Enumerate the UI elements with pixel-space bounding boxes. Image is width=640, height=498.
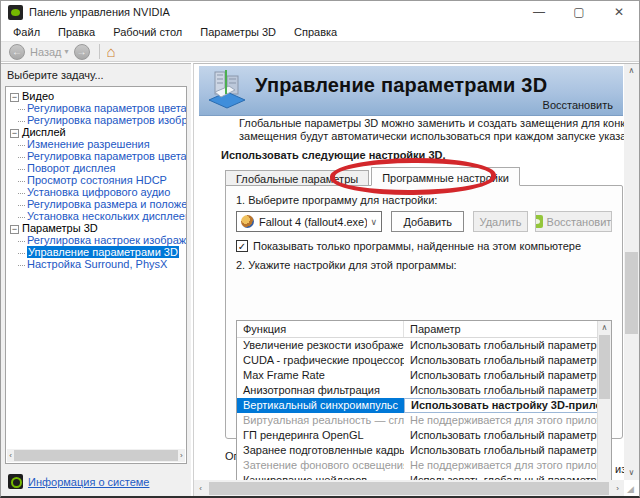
- tree-item-resolution[interactable]: Изменение разрешения: [10, 138, 186, 150]
- collapse-icon[interactable]: −: [10, 225, 19, 234]
- settings-table: Функция Параметр Увеличение резкости изо…: [236, 320, 612, 480]
- back-arrow-icon: ←: [12, 47, 22, 57]
- table-row-selected[interactable]: Вертикальный синхроимпульс Использовать …: [237, 398, 611, 413]
- table-row[interactable]: Анизотропная фильтрацияИспользовать глоб…: [237, 383, 611, 398]
- minimize-button[interactable]: —: [519, 1, 559, 23]
- forward-button[interactable]: →: [74, 44, 90, 60]
- table-row[interactable]: Увеличение резкости изображенияИспользов…: [237, 338, 611, 353]
- menu-desktop[interactable]: Рабочий стол: [104, 26, 191, 38]
- menu-help[interactable]: Справка: [285, 26, 346, 38]
- home-icon[interactable]: ⌂: [107, 44, 116, 59]
- scroll-up-icon[interactable]: ∧: [598, 321, 611, 334]
- step2-label: 2. Укажите настройки для этой программы:: [236, 259, 612, 271]
- show-installed-only-checkbox[interactable]: ✓: [236, 240, 248, 252]
- tab-program-settings[interactable]: Программные настройки: [371, 167, 520, 186]
- scroll-right-icon[interactable]: ›: [178, 449, 185, 462]
- table-row[interactable]: Заранее подготовленные кадры вирту...Исп…: [237, 443, 611, 458]
- restore-defaults-link[interactable]: Восстановить: [543, 99, 613, 111]
- fallout4-program-icon: [241, 215, 254, 228]
- toolbar: ← Назад ▾ → ⌂: [1, 42, 639, 62]
- tree-item-size-position[interactable]: Регулировка размера и положения рабо: [10, 198, 186, 210]
- forward-arrow-icon: →: [77, 47, 87, 57]
- column-feature[interactable]: Функция: [237, 321, 404, 337]
- scroll-right-icon[interactable]: ›: [611, 482, 624, 495]
- table-header: Функция Параметр: [237, 321, 611, 338]
- tree-category-video[interactable]: −Видео: [10, 90, 186, 102]
- menu-file[interactable]: Файл: [4, 26, 49, 38]
- page-title: Управление параметрами 3D: [255, 74, 547, 97]
- scroll-left-icon[interactable]: ‹: [194, 482, 207, 495]
- scroll-left-icon[interactable]: ‹: [7, 449, 14, 462]
- menu-3d-settings[interactable]: Параметры 3D: [191, 26, 285, 38]
- page-header: Управление параметрами 3D Восстановить: [199, 66, 623, 116]
- back-button[interactable]: ←: [9, 44, 25, 60]
- main-vertical-scrollbar[interactable]: ∧ ∨: [624, 64, 639, 480]
- resize-grip[interactable]: ◢: [627, 484, 637, 494]
- program-select-value: Fallout 4 (fallout4.exe): [259, 216, 367, 228]
- step1-label: 1. Выберите программу для настройки:: [236, 194, 612, 206]
- title-bar: Панель управления NVIDIA — ▢ ✕: [1, 1, 639, 23]
- 3d-settings-icon: [205, 70, 249, 112]
- table-row[interactable]: Виртуальная реальность — сглаживан...Не …: [237, 413, 611, 428]
- tree-item-manage-3d[interactable]: Управление параметрами 3D: [10, 246, 186, 258]
- task-sidebar: Выберите задачу... −Видео Регулировка па…: [1, 63, 191, 496]
- table-row[interactable]: ГП рендеринга OpenGLИспользовать глобаль…: [237, 428, 611, 443]
- back-label: Назад: [30, 46, 62, 58]
- scrollbar-thumb[interactable]: [599, 335, 610, 399]
- tree-item-digital-audio[interactable]: Установка цифрового аудио: [10, 186, 186, 198]
- table-row[interactable]: CUDA - графические процессорыИспользоват…: [237, 353, 611, 368]
- main-horizontal-scrollbar[interactable]: ‹ ›: [194, 480, 624, 496]
- intro-text: Глобальные параметры 3D можно заменить и…: [239, 117, 624, 143]
- tree-item-desktop-color[interactable]: Регулировка параметров цвета рабочег: [10, 150, 186, 162]
- scrollbar-thumb[interactable]: [209, 482, 609, 495]
- window-title: Панель управления NVIDIA: [29, 6, 170, 18]
- tab-global-settings[interactable]: Глобальные параметры: [225, 170, 369, 186]
- column-parameter[interactable]: Параметр: [404, 321, 611, 337]
- section-heading: Использовать следующие настройки 3D.: [221, 149, 446, 161]
- tree-item-multiple-displays[interactable]: Установка нескольких дисплеев: [10, 210, 186, 222]
- program-settings-panel: 1. Выберите программу для настройки: Fal…: [225, 185, 623, 439]
- scroll-down-icon[interactable]: ∨: [624, 466, 639, 480]
- scroll-down-icon[interactable]: ∨: [598, 478, 611, 480]
- table-row[interactable]: Max Frame RateИспользовать глобальный па…: [237, 368, 611, 383]
- remove-button[interactable]: Удалить: [473, 211, 527, 232]
- menu-edit[interactable]: Правка: [49, 26, 104, 38]
- table-row[interactable]: Кэширование шейдеровИспользовать глобаль…: [237, 473, 611, 480]
- tree-item-rotation[interactable]: Поворот дисплея: [10, 162, 186, 174]
- tree-item-video-color[interactable]: Регулировка параметров цвета для вид: [10, 102, 186, 114]
- page-content: Управление параметрами 3D Восстановить Г…: [194, 64, 624, 480]
- restore-button[interactable]: Восстановить: [535, 211, 612, 232]
- main-panel: Управление параметрами 3D Восстановить Г…: [193, 63, 639, 496]
- collapse-icon[interactable]: −: [10, 129, 19, 138]
- scrollbar-thumb[interactable]: [14, 450, 178, 461]
- add-button[interactable]: Добавить: [391, 211, 464, 232]
- scroll-up-icon[interactable]: ∧: [624, 64, 639, 78]
- table-row[interactable]: Затенение фонового освещенияНе поддержив…: [237, 458, 611, 473]
- back-history-caret-icon[interactable]: ▾: [65, 47, 69, 56]
- toolbar-separator: [99, 44, 100, 59]
- table-vertical-scrollbar[interactable]: ∧ ∨: [597, 321, 611, 480]
- tree-item-image-preview[interactable]: Регулировка настроек изображения с пр: [10, 234, 186, 246]
- system-info-icon: [8, 474, 23, 489]
- system-info-link[interactable]: Информация о системе: [28, 476, 149, 488]
- program-select[interactable]: Fallout 4 (fallout4.exe) ∨: [236, 211, 382, 232]
- tree-category-3d-settings[interactable]: −Параметры 3D: [10, 222, 186, 234]
- nvidia-logo-icon: [8, 5, 23, 20]
- checkbox-label: Показывать только программы, найденные н…: [253, 240, 581, 252]
- tree-item-hdcp[interactable]: Просмотр состояния HDCP: [10, 174, 186, 186]
- close-button[interactable]: ✕: [599, 1, 639, 23]
- sidebar-header: Выберите задачу...: [1, 64, 191, 85]
- task-tree: −Видео Регулировка параметров цвета для …: [5, 86, 187, 464]
- scrollbar-thumb[interactable]: [625, 252, 638, 334]
- collapse-icon[interactable]: −: [10, 93, 19, 102]
- tree-category-display[interactable]: −Дисплей: [10, 126, 186, 138]
- tree-horizontal-scrollbar[interactable]: ‹ ›: [7, 449, 185, 462]
- maximize-button[interactable]: ▢: [559, 1, 599, 23]
- nvidia-restore-icon: [535, 215, 543, 228]
- menu-bar: Файл Правка Рабочий стол Параметры 3D Сп…: [1, 23, 639, 42]
- settings-tabs: Глобальные параметры Программные настрой…: [225, 168, 522, 186]
- tree-item-video-image[interactable]: Регулировка параметров изображения д: [10, 114, 186, 126]
- chevron-down-icon: ∨: [370, 217, 377, 227]
- nvidia-control-panel-window: Панель управления NVIDIA — ▢ ✕ Файл Прав…: [0, 0, 640, 498]
- tree-item-surround-physx[interactable]: Настройка Surround, PhysX: [10, 258, 186, 270]
